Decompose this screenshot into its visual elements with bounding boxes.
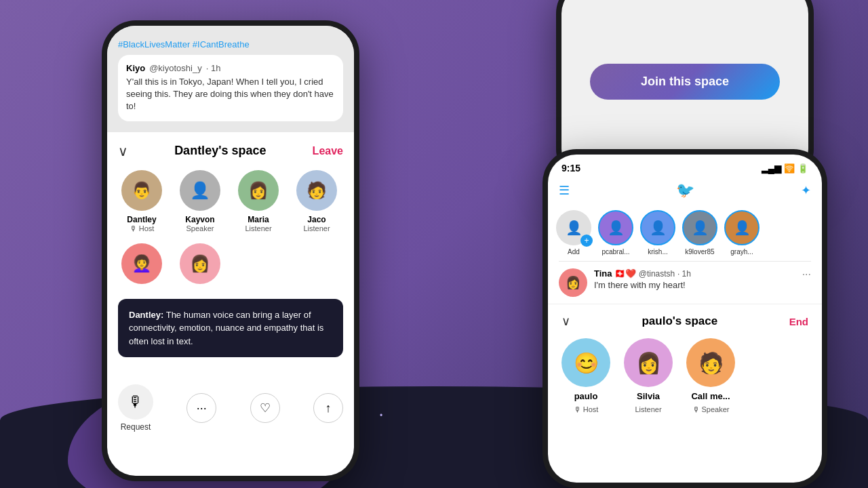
- sparkle-icon-4: •: [380, 411, 382, 420]
- left-phone-inner: #BlackLivesMatter #ICantBreathe Kiyo @ki…: [107, 26, 354, 476]
- speaker-role-jaco: Listener: [303, 224, 330, 232]
- right-tweet-row: 👩 Tina 🇨🇭❤️ @tinastsh · 1h I'm there wit…: [548, 262, 822, 304]
- avatar-kayvon: 👤: [180, 170, 220, 211]
- tweet-username: Kiyo: [126, 63, 145, 73]
- tweet-avatar-tina: 👩: [559, 268, 587, 297]
- avatar-extra2: 👩: [180, 243, 220, 284]
- silvia-role: Listener: [635, 405, 661, 413]
- paulo-avatar-callme: 🧑: [686, 338, 735, 387]
- bottom-right-phone: 9:15 ▂▄▆ 🛜 🔋 ☰ 🐦 ✦ 👤 + Add: [542, 149, 827, 488]
- speaker-role-kayvon: Speaker: [186, 224, 214, 232]
- speakers-grid: 👨 Dantley 🎙 Host 👤 Kayvon Speaker 👩 Mari…: [118, 170, 343, 232]
- silvia-name: Silvia: [637, 391, 660, 401]
- paulo-avatar-silvia: 👩: [624, 338, 673, 387]
- speaker-jaco: 🧑 Jaco Listener: [293, 170, 340, 232]
- tweet-handle-tina: @tinastsh: [639, 269, 675, 279]
- battery-icon: 🔋: [797, 163, 808, 174]
- paulo-space-title: paulo's space: [642, 314, 717, 328]
- tweet-box: Kiyo @kiyotoshi_y · 1h Y'all this is in …: [118, 55, 343, 121]
- end-button[interactable]: End: [789, 316, 808, 327]
- leave-button[interactable]: Leave: [313, 145, 343, 157]
- speech-speaker: Dantley:: [129, 310, 163, 320]
- paulo-avatar-paulo: 😊: [561, 338, 610, 387]
- more-icon[interactable]: ···: [802, 268, 811, 281]
- story-name-add: Add: [568, 248, 580, 256]
- tweet-time: · 1h: [206, 63, 221, 73]
- tweet-time-tina: · 1h: [677, 269, 691, 279]
- bottom-right-phone-inner: 9:15 ▂▄▆ 🛜 🔋 ☰ 🐦 ✦ 👤 + Add: [548, 155, 822, 483]
- speaker-kayvon: 👤 Kayvon Speaker: [176, 170, 224, 232]
- paulo-chevron[interactable]: ∨: [561, 314, 570, 329]
- speech-bubble: Dantley: The human voice can bring a lay…: [118, 299, 343, 358]
- story-pcabral[interactable]: 👤 pcabral...: [598, 210, 633, 256]
- paulo-header: ∨ paulo's space End: [561, 314, 808, 329]
- tweet-section: #BlackLivesMatter #ICantBreathe Kiyo @ki…: [107, 26, 354, 132]
- speaker-name-maria: Maria: [248, 215, 269, 224]
- space-panel: ∨ Dantley's space Leave 👨 Dantley 🎙 Host…: [107, 132, 354, 380]
- story-grayh[interactable]: 👤 grayh...: [724, 210, 760, 256]
- twitter-nav: ☰ 🐦 ✦: [548, 179, 822, 205]
- paulo-speakers-grid: 😊 paulo 🎙 Host 👩 Silvia Listener 🧑 Call …: [561, 338, 808, 413]
- avatar-jaco: 🧑: [296, 170, 337, 211]
- avatar-pcabral: 👤: [598, 210, 633, 245]
- speaker-name-dantley: Dantley: [127, 215, 156, 224]
- paulo-speaker-silvia: 👩 Silvia Listener: [624, 338, 673, 413]
- speaker-name-kayvon: Kayvon: [185, 215, 214, 224]
- speaker-extra1: 👩‍🦱: [118, 243, 165, 288]
- bottom-controls: 🎙 Request ··· ♡ ↑: [107, 379, 354, 437]
- heart-button[interactable]: ♡: [250, 393, 280, 423]
- paulo-role: 🎙 Host: [574, 405, 599, 413]
- avatar-extra1: 👩‍🦱: [121, 243, 162, 284]
- story-name-pcabral: pcabral...: [601, 248, 629, 256]
- share-button[interactable]: ↑: [313, 393, 343, 423]
- request-button[interactable]: 🎙 Request: [118, 384, 153, 432]
- story-add[interactable]: 👤 + Add: [556, 210, 591, 256]
- sparkle-button[interactable]: ✦: [801, 183, 811, 198]
- speaker-name-jaco: Jaco: [307, 215, 326, 224]
- twitter-logo: 🐦: [676, 182, 694, 199]
- speaker-role-dantley: 🎙 Host: [130, 224, 155, 232]
- callme-name: Call me...: [691, 391, 730, 401]
- space-header: ∨ Dantley's space Leave: [118, 143, 343, 159]
- add-badge: +: [580, 235, 593, 247]
- story-krish[interactable]: 👤 krish...: [640, 210, 675, 256]
- story-name-grayh: grayh...: [730, 248, 753, 256]
- status-bar: 9:15 ▂▄▆ 🛜 🔋: [548, 155, 822, 179]
- paulo-speaker-paulo: 😊 paulo 🎙 Host: [561, 338, 610, 413]
- status-time: 9:15: [561, 163, 580, 174]
- tweet-content-tina: Tina 🇨🇭❤️ @tinastsh · 1h I'm there with …: [594, 268, 691, 290]
- stories-row: 👤 + Add 👤 pcabral... 👤 krish... 👤 k9love…: [548, 205, 822, 261]
- dots-button[interactable]: ···: [186, 393, 216, 423]
- speakers-row2: 👩‍🦱 👩: [118, 243, 343, 288]
- mic-icon[interactable]: 🎙: [118, 384, 153, 420]
- avatar-krish: 👤: [640, 210, 675, 245]
- tweet-handle: @kiyotoshi_y: [149, 63, 202, 73]
- story-name-krish: krish...: [648, 248, 667, 256]
- speaker-role-maria: Listener: [245, 224, 271, 232]
- avatar-k9lover: 👤: [682, 210, 717, 245]
- signal-icon: ▂▄▆: [762, 163, 781, 174]
- tweet-header-tina: Tina 🇨🇭❤️ @tinastsh · 1h: [594, 268, 691, 279]
- story-name-k9lover: k9lover85: [685, 248, 714, 256]
- paulo-name: paulo: [574, 391, 598, 401]
- speaker-maria: 👩 Maria Listener: [235, 170, 282, 232]
- request-label: Request: [121, 422, 151, 432]
- paulo-space-panel: ∨ paulo's space End 😊 paulo 🎙 Host 👩 Sil…: [548, 304, 822, 423]
- story-k9lover[interactable]: 👤 k9lover85: [682, 210, 717, 256]
- tweet-username-tina: Tina 🇨🇭❤️: [594, 268, 636, 279]
- hamburger-icon[interactable]: ☰: [559, 183, 570, 198]
- speaker-dantley: 👨 Dantley 🎙 Host: [118, 170, 165, 232]
- avatar-dantley: 👨: [121, 170, 162, 211]
- tweet-body-tina: I'm there with my heart!: [594, 280, 691, 290]
- callme-role: 🎙 Speaker: [692, 405, 730, 413]
- collapse-chevron[interactable]: ∨: [118, 143, 128, 159]
- space-title: Dantley's space: [174, 144, 266, 158]
- tweet-body-text: Y'all this is in Tokyo, Japan! When I te…: [126, 76, 335, 113]
- avatar-grayh: 👤: [724, 210, 760, 245]
- paulo-speaker-callme: 🧑 Call me... 🎙 Speaker: [686, 338, 735, 413]
- avatar-add: 👤 +: [556, 210, 591, 245]
- hashtags: #BlackLivesMatter #ICantBreathe: [118, 39, 343, 49]
- avatar-maria: 👩: [238, 170, 279, 211]
- join-space-button[interactable]: Join this space: [590, 64, 780, 100]
- speaker-extra2: 👩: [176, 243, 224, 288]
